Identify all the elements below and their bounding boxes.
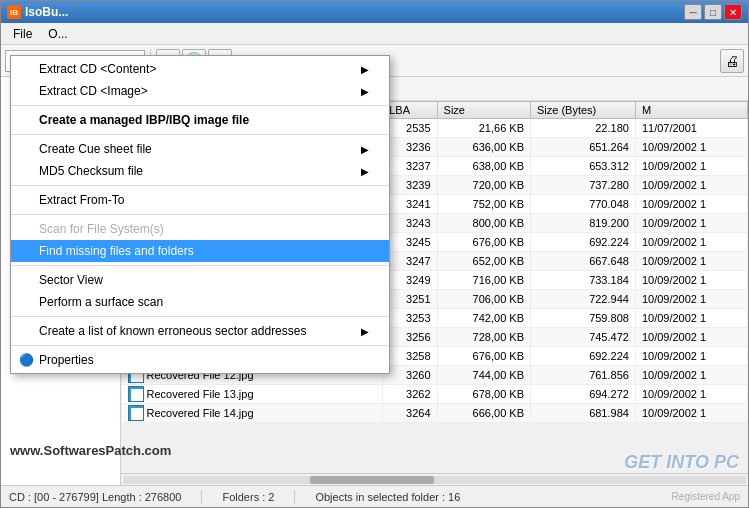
- file-cell-1: 3262: [383, 385, 437, 404]
- file-cell-3: 681.984: [530, 404, 635, 423]
- context-menu-item-label: Find missing files and folders: [39, 244, 194, 258]
- file-cell-3: 770.048: [530, 195, 635, 214]
- statusbar: CD : [00 - 276799] Length : 276800 Folde…: [1, 485, 748, 507]
- file-cell-2: 678,00 KB: [437, 385, 530, 404]
- status-cd-info: CD : [00 - 276799] Length : 276800: [9, 491, 181, 503]
- file-cell-3: 692.224: [530, 347, 635, 366]
- status-objects: Objects in selected folder : 16: [315, 491, 460, 503]
- table-row[interactable]: Recovered File 13.jpg3262678,00 KB694.27…: [122, 385, 748, 404]
- statusbar-sep-1: [201, 490, 202, 504]
- submenu-arrow-icon: ▶: [361, 166, 369, 177]
- file-cell-3: 759.808: [530, 309, 635, 328]
- file-cell-4: 10/09/2002 1: [635, 138, 747, 157]
- file-cell-4: 10/09/2002 1: [635, 366, 747, 385]
- file-cell-1: 3249: [383, 271, 437, 290]
- context-menu-item[interactable]: Create a list of known erroneous sector …: [11, 320, 389, 342]
- file-cell-3: 737.280: [530, 176, 635, 195]
- scroll-track[interactable]: [123, 476, 746, 484]
- file-cell-1: 3239: [383, 176, 437, 195]
- minimize-button[interactable]: ─: [684, 4, 702, 20]
- titlebar-controls: ─ □ ✕: [684, 4, 742, 20]
- file-cell-3: 692.224: [530, 233, 635, 252]
- context-menu-item-label: Extract CD <Content>: [39, 62, 156, 76]
- file-cell-2: 720,00 KB: [437, 176, 530, 195]
- file-cell-4: 10/09/2002 1: [635, 252, 747, 271]
- submenu-arrow-icon: ▶: [361, 64, 369, 75]
- context-menu-separator: [11, 265, 389, 266]
- file-cell-2: 728,00 KB: [437, 328, 530, 347]
- menu-file[interactable]: File: [5, 25, 40, 43]
- file-cell-2: 676,00 KB: [437, 347, 530, 366]
- file-cell-3: 733.184: [530, 271, 635, 290]
- table-row[interactable]: Recovered File 14.jpg3264666,00 KB681.98…: [122, 404, 748, 423]
- file-thumb-icon: [128, 386, 144, 402]
- scroll-thumb[interactable]: [310, 476, 435, 484]
- file-cell-3: 653.312: [530, 157, 635, 176]
- file-cell-3: 722.944: [530, 290, 635, 309]
- context-menu-item-label: MD5 Checksum file: [39, 164, 143, 178]
- context-menu-item[interactable]: Perform a surface scan: [11, 291, 389, 313]
- file-cell-2: 706,00 KB: [437, 290, 530, 309]
- context-menu-item[interactable]: Extract CD <Content>▶: [11, 58, 389, 80]
- menubar: File O...: [1, 23, 748, 45]
- status-folders: Folders : 2: [222, 491, 274, 503]
- file-cell-3: 22.180: [530, 119, 635, 138]
- context-menu[interactable]: Extract CD <Content>▶Extract CD <Image>▶…: [10, 55, 390, 374]
- file-cell-1: 3264: [383, 404, 437, 423]
- file-cell-2: 676,00 KB: [437, 233, 530, 252]
- context-menu-item[interactable]: Extract From-To: [11, 189, 389, 211]
- file-cell-3: 745.472: [530, 328, 635, 347]
- context-menu-separator: [11, 185, 389, 186]
- context-menu-item[interactable]: Create Cue sheet file▶: [11, 138, 389, 160]
- context-menu-item[interactable]: MD5 Checksum file▶: [11, 160, 389, 182]
- maximize-button[interactable]: □: [704, 4, 722, 20]
- file-thumb-icon: [128, 405, 144, 421]
- file-name-label: Recovered File 14.jpg: [147, 407, 254, 419]
- file-cell-4: 10/09/2002 1: [635, 404, 747, 423]
- file-cell-1: 3251: [383, 290, 437, 309]
- toolbar-btn-print[interactable]: 🖨: [720, 49, 744, 73]
- statusbar-sep-2: [294, 490, 295, 504]
- col-size[interactable]: Size: [437, 102, 530, 119]
- file-cell-1: 3258: [383, 347, 437, 366]
- col-modified[interactable]: M: [635, 102, 747, 119]
- submenu-arrow-icon: ▶: [361, 326, 369, 337]
- titlebar: IB IsoBu... ─ □ ✕: [1, 1, 748, 23]
- context-menu-item-label: Extract From-To: [39, 193, 124, 207]
- file-cell-2: 742,00 KB: [437, 309, 530, 328]
- col-size-bytes[interactable]: Size (Bytes): [530, 102, 635, 119]
- file-name-cell: Recovered File 14.jpg: [122, 404, 383, 423]
- file-cell-1: 3243: [383, 214, 437, 233]
- titlebar-left: IB IsoBu...: [7, 5, 68, 19]
- file-cell-4: 10/09/2002 1: [635, 328, 747, 347]
- context-menu-item[interactable]: Create a managed IBP/IBQ image file: [11, 109, 389, 131]
- horizontal-scrollbar[interactable]: [121, 473, 748, 485]
- context-menu-item[interactable]: Scan for File System(s): [11, 218, 389, 240]
- context-menu-item[interactable]: 🔵Properties: [11, 349, 389, 371]
- file-cell-1: 3241: [383, 195, 437, 214]
- context-menu-item-label: Sector View: [39, 273, 103, 287]
- file-cell-1: 3253: [383, 309, 437, 328]
- context-menu-item[interactable]: Find missing files and folders: [11, 240, 389, 262]
- file-cell-1: 3256: [383, 328, 437, 347]
- file-name-label: Recovered File 13.jpg: [147, 388, 254, 400]
- print-icon: 🖨: [725, 53, 739, 69]
- submenu-arrow-icon: ▶: [361, 144, 369, 155]
- file-cell-3: 819.200: [530, 214, 635, 233]
- file-cell-4: 10/09/2002 1: [635, 271, 747, 290]
- context-menu-item-label: Create Cue sheet file: [39, 142, 152, 156]
- context-menu-separator: [11, 316, 389, 317]
- col-lba[interactable]: LBA: [383, 102, 437, 119]
- file-cell-3: 761.856: [530, 366, 635, 385]
- context-menu-item-label: Create a managed IBP/IBQ image file: [39, 113, 249, 127]
- app-icon: IB: [7, 5, 21, 19]
- context-menu-item[interactable]: Sector View: [11, 269, 389, 291]
- close-button[interactable]: ✕: [724, 4, 742, 20]
- context-menu-item[interactable]: Extract CD <Image>▶: [11, 80, 389, 102]
- menu-other[interactable]: O...: [40, 25, 75, 43]
- file-cell-1: 3237: [383, 157, 437, 176]
- properties-icon: 🔵: [19, 353, 33, 367]
- file-cell-2: 652,00 KB: [437, 252, 530, 271]
- file-cell-4: 10/09/2002 1: [635, 347, 747, 366]
- file-name-cell: Recovered File 13.jpg: [122, 385, 383, 404]
